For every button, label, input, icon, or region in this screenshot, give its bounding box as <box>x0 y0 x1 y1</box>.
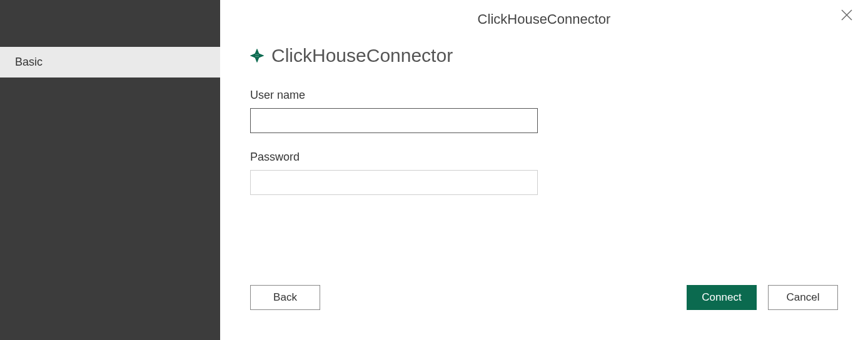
password-field-group: Password <box>250 151 838 195</box>
close-icon[interactable] <box>840 9 853 21</box>
sidebar-item-label: Basic <box>15 56 43 68</box>
sidebar-item-basic[interactable]: Basic <box>0 47 220 78</box>
back-button[interactable]: Back <box>250 285 320 310</box>
username-label: User name <box>250 89 838 102</box>
connect-button[interactable]: Connect <box>687 285 757 310</box>
sidebar: Basic <box>0 0 220 340</box>
connector-icon <box>250 49 264 62</box>
username-input[interactable] <box>250 108 538 133</box>
username-field-group: User name <box>250 89 838 133</box>
cancel-button[interactable]: Cancel <box>768 285 838 310</box>
sidebar-spacer <box>0 0 220 47</box>
password-label: Password <box>250 151 838 164</box>
button-row: Back Connect Cancel <box>250 285 838 310</box>
main-panel: ClickHouseConnector ClickHouseConnector <box>220 0 868 340</box>
page-title: ClickHouseConnector <box>271 45 453 66</box>
password-input[interactable] <box>250 170 538 195</box>
window-title: ClickHouseConnector <box>220 0 868 28</box>
page-heading: ClickHouseConnector <box>250 45 838 66</box>
